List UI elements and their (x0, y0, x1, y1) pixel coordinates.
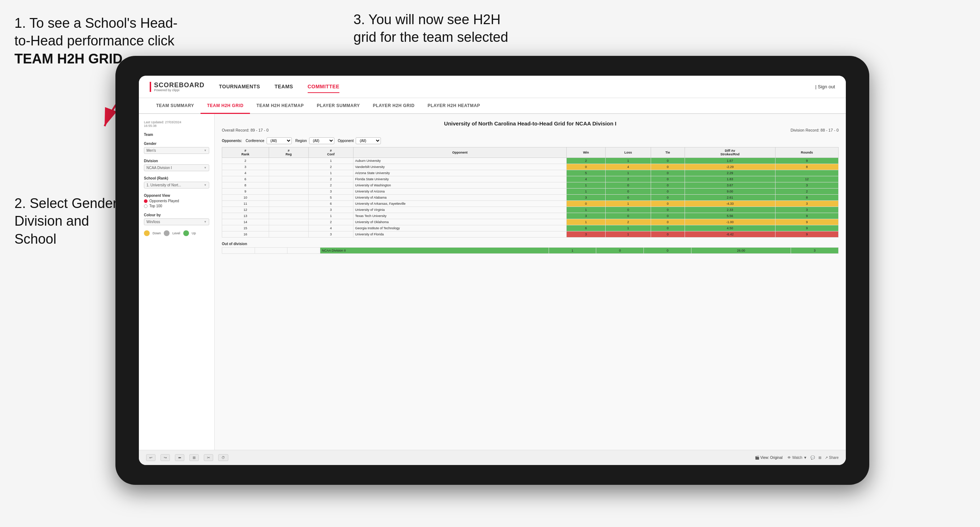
opponent-view-radio-group: Opponents Played Top 100 (144, 199, 209, 208)
sub-nav-player-h2h-grid[interactable]: PLAYER H2H GRID (366, 98, 421, 114)
cell-reg (269, 219, 309, 225)
sidebar-gender-select[interactable]: Men's ▼ (144, 147, 209, 154)
clock-button[interactable]: ⏱ (218, 454, 228, 461)
ood-win: 1 (549, 248, 596, 254)
cell-rank: 4 (222, 170, 269, 176)
cell-rounds: 9 (775, 219, 838, 225)
cell-win: 4 (566, 176, 606, 183)
present-button[interactable]: ⊞ (818, 456, 821, 460)
ood-reg (255, 248, 288, 254)
out-of-division: Out of division NCAA Division II 1 0 0 (222, 242, 838, 254)
tablet: SCOREBOARD Powered by clippi TOURNAMENTS… (115, 56, 869, 485)
cell-opponent: University of Washington (353, 183, 566, 189)
cell-rounds: 3 (775, 207, 838, 213)
sub-nav-player-h2h-heatmap[interactable]: PLAYER H2H HEATMAP (421, 98, 487, 114)
nav-tournaments[interactable]: TOURNAMENTS (219, 81, 260, 93)
cell-tie: 0 (651, 176, 685, 183)
comment-button[interactable]: 💬 (810, 456, 815, 460)
cell-conf: 1 (309, 213, 353, 219)
panel-title: University of North Carolina Head-to-Hea… (222, 121, 838, 127)
sidebar-colour-select[interactable]: Win/loss ▼ (144, 218, 209, 225)
cell-tie: 0 (651, 201, 685, 207)
cell-conf: 3 (309, 232, 353, 238)
nav-committee[interactable]: COMMITTEE (308, 81, 340, 93)
sidebar-colour-label: Colour by (144, 213, 209, 217)
cell-tie: 0 (651, 232, 685, 238)
cell-rounds: 9 (775, 158, 838, 164)
copy-button[interactable]: ⊞ (189, 454, 199, 461)
cell-diff: 4.50 (685, 225, 775, 232)
cell-win: 1 (566, 219, 606, 225)
cell-opponent: University of Virginia (353, 207, 566, 213)
share-button[interactable]: ↗ Share (825, 456, 838, 460)
undo-button[interactable]: ↩ (146, 454, 156, 461)
cell-conf: 2 (309, 219, 353, 225)
cell-win: 1 (566, 207, 606, 213)
sidebar-team-section: Team (144, 133, 209, 137)
filter-region-label: Region (295, 139, 307, 143)
color-dot-down (144, 230, 150, 236)
redo-button[interactable]: ↪ (161, 454, 170, 461)
ann3-line2: grid for the team selected (353, 30, 508, 45)
cell-rounds: 2 (775, 189, 838, 195)
cell-loss: 0 (606, 183, 651, 189)
cell-rounds (775, 170, 838, 176)
watch-button[interactable]: 👁 Watch ▼ (788, 456, 807, 460)
cell-diff: 2.61 (685, 195, 775, 201)
sidebar-division-section: Division NCAA Division I ▼ (144, 159, 209, 171)
ann1-line1: 1. To see a School's Head- (14, 16, 177, 31)
sidebar-opponent-view-section: Opponent View Opponents Played Top 100 (144, 194, 209, 208)
col-opponent: Opponent (353, 148, 566, 158)
table-row: 2 1 Auburn University 2 1 0 1.67 9 (222, 158, 838, 164)
logo-area: SCOREBOARD Powered by clippi (150, 81, 205, 92)
cell-rounds: 12 (775, 176, 838, 183)
sub-nav-player-summary[interactable]: PLAYER SUMMARY (310, 98, 366, 114)
ood-diff: 26.00 (692, 248, 791, 254)
nav-teams[interactable]: TEAMS (275, 81, 293, 93)
cell-rank: 2 (222, 158, 269, 164)
radio-dot-top100 (144, 205, 148, 208)
cell-opponent: University of Florida (353, 232, 566, 238)
sidebar-division-select[interactable]: NCAA Division I ▼ (144, 164, 209, 171)
cell-opponent: Vanderbilt University (353, 164, 566, 170)
sidebar-school-select[interactable]: 1. University of Nort... ▼ (144, 182, 209, 189)
cell-conf: 2 (309, 176, 353, 183)
cut-button[interactable]: ✂ (204, 454, 213, 461)
sidebar: Last Updated: 27/03/2024 16:55:38 Team G… (139, 114, 215, 450)
ood-label: NCAA Division II (320, 248, 549, 254)
cell-rank: 6 (222, 176, 269, 183)
legend-down: Down (153, 232, 161, 235)
cell-reg (269, 207, 309, 213)
main-content: Last Updated: 27/03/2024 16:55:38 Team G… (139, 114, 846, 450)
filter-opponent-label: Opponent (338, 139, 354, 143)
cell-reg (269, 158, 309, 164)
cell-loss: 4 (606, 164, 651, 170)
nav-sign-out[interactable]: | Sign out (815, 84, 835, 89)
filter-region-select[interactable]: (All) (309, 137, 334, 144)
sub-nav-team-h2h-grid[interactable]: TEAM H2H GRID (200, 98, 250, 114)
annotation-3: 3. You will now see H2H grid for the tea… (353, 11, 508, 46)
cell-tie: 0 (651, 207, 685, 213)
radio-dot-opponents (144, 199, 148, 203)
table-row: 13 1 Texas Tech University 3 0 0 5.56 9 (222, 213, 838, 219)
cell-conf: 3 (309, 207, 353, 213)
sub-nav-team-h2h-heatmap[interactable]: TEAM H2H HEATMAP (250, 98, 310, 114)
color-dot-level (164, 230, 170, 236)
filter-row: Opponents: Conference (All) Region (All) (222, 137, 838, 144)
filter-conference-select[interactable]: (All) (267, 137, 292, 144)
sub-nav-team-summary[interactable]: TEAM SUMMARY (150, 98, 200, 114)
cell-conf: 2 (309, 164, 353, 170)
radio-top100[interactable]: Top 100 (144, 204, 209, 208)
radio-opponents-played[interactable]: Opponents Played (144, 199, 209, 203)
cell-rank: 9 (222, 189, 269, 195)
cell-conf: 4 (309, 225, 353, 232)
cell-diff: 2.33 (685, 207, 775, 213)
cell-loss: 1 (606, 232, 651, 238)
logo: SCOREBOARD Powered by clippi (154, 81, 205, 92)
ood-conf (288, 248, 320, 254)
sidebar-team-label: Team (144, 133, 209, 137)
back-button[interactable]: ⬅ (175, 454, 184, 461)
cell-tie: 0 (651, 225, 685, 232)
filter-opponent-select[interactable]: (All) (356, 137, 381, 144)
ann2-line1: 2. Select Gender, (14, 196, 121, 211)
